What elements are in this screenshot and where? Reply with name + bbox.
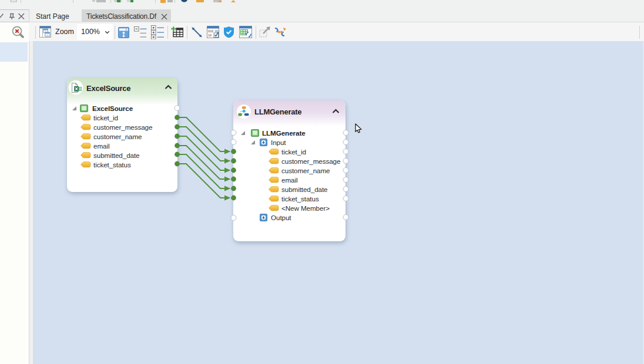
svg-text:10: 10 — [208, 34, 212, 38]
